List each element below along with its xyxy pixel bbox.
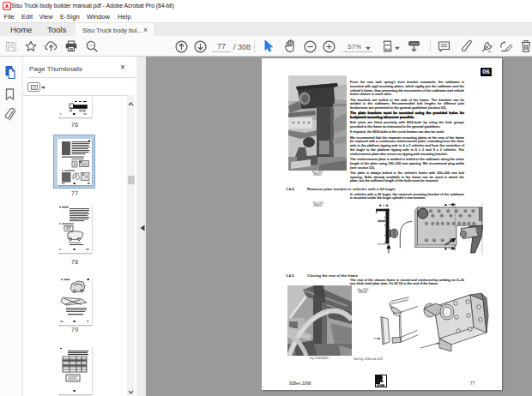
svg-text:SISU: SISU bbox=[378, 384, 383, 386]
